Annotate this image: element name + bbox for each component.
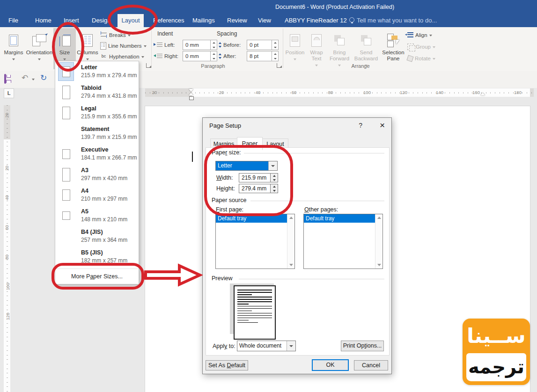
- horizontal-ruler[interactable]: 20 20 40 60 80 100 120 140 160 180: [145, 88, 534, 97]
- menu-item-letter[interactable]: Letter 215.9 mm x 279.4 mm: [55, 61, 139, 82]
- paper-icon: [59, 145, 74, 163]
- menu-item-a3[interactable]: A3 297 mm x 420 mm: [55, 164, 139, 185]
- indent-right-input[interactable]: 0 mm: [183, 51, 217, 61]
- ruler-number: 20: [4, 166, 9, 171]
- other-pages-listbox[interactable]: Default tray: [303, 214, 383, 269]
- preview-group-label: Preview: [212, 275, 235, 282]
- apply-to-combobox[interactable]: Whole document: [237, 341, 296, 351]
- listbox-scrollbar[interactable]: [375, 214, 383, 269]
- line-numbers-icon: [100, 42, 106, 50]
- save-icon[interactable]: [4, 74, 6, 84]
- width-spinner[interactable]: [271, 173, 278, 182]
- tab-home[interactable]: Home: [35, 14, 51, 27]
- tab-abbyy-finereader[interactable]: ABBYY FineReader 12: [285, 14, 347, 27]
- combo-dropdown-icon[interactable]: [268, 161, 277, 170]
- tab-view[interactable]: View: [258, 14, 271, 27]
- spinner[interactable]: [272, 40, 278, 50]
- tab-layout[interactable]: Layout: [118, 14, 144, 27]
- width-field[interactable]: 215.9 mm: [239, 173, 271, 182]
- help-icon[interactable]: ?: [359, 122, 362, 129]
- dialog-title: Page Setup: [209, 122, 241, 129]
- menu-item-b4-jis[interactable]: B4 (JIS) 257 mm x 364 mm: [55, 226, 139, 247]
- height-spinner[interactable]: [271, 184, 278, 193]
- rotate-button[interactable]: Rotate: [407, 53, 435, 63]
- spin-down-icon: [211, 45, 217, 50]
- spinner[interactable]: [210, 51, 217, 61]
- tell-me-box[interactable]: Tell me what you want to do...: [357, 14, 437, 27]
- page-setup-dialog-launcher[interactable]: [146, 63, 151, 68]
- more-paper-sizes-item[interactable]: More Paper Sizes...: [55, 269, 139, 284]
- tab-review[interactable]: Review: [227, 14, 247, 27]
- align-button[interactable]: Align: [407, 30, 432, 40]
- chevron-down-icon: [63, 58, 66, 60]
- spinner[interactable]: [210, 40, 217, 50]
- sina-tarjome-logo: ســینا ترجمه: [463, 319, 530, 385]
- width-label: Width:: [216, 174, 233, 181]
- spin-down-icon: [271, 189, 278, 193]
- chevron-down-icon: [429, 35, 432, 36]
- height-field[interactable]: 279.4 mm: [239, 184, 271, 193]
- ok-button[interactable]: OK: [312, 359, 349, 371]
- menu-item-b5-jis[interactable]: B5 (JIS) 182 mm x 257 mm: [55, 247, 139, 267]
- menu-item-a5[interactable]: A5 148 mm x 210 mm: [55, 205, 139, 226]
- dialog-tab-paper[interactable]: Paper: [237, 137, 263, 150]
- redo-icon[interactable]: ↻: [40, 73, 47, 83]
- menu-item-legal[interactable]: Legal 215.9 mm x 355.6 mm: [55, 102, 139, 123]
- spin-down-icon: [271, 178, 278, 182]
- ruler-number: 80: [4, 254, 9, 260]
- spacing-section-label: Spacing: [217, 30, 237, 37]
- wrap-text-button[interactable]: Wrap Text: [306, 28, 327, 69]
- tab-references[interactable]: References: [153, 14, 184, 27]
- undo-chevron-icon[interactable]: [32, 79, 35, 80]
- tab-stop-selector[interactable]: L: [4, 88, 14, 98]
- orientation-button[interactable]: Orientation: [26, 28, 53, 69]
- vertical-ruler[interactable]: 20 20 40 60 80 100 120: [4, 105, 10, 392]
- group-divider-line: [243, 153, 384, 153]
- line-numbers-button[interactable]: Line Numbers: [100, 41, 147, 51]
- left-indent-marker[interactable]: [189, 96, 194, 100]
- spinner[interactable]: [272, 51, 278, 61]
- tab-mailings[interactable]: Mailings: [192, 14, 215, 27]
- tab-file[interactable]: File: [8, 14, 18, 27]
- position-button[interactable]: Position: [285, 28, 305, 69]
- selection-pane-icon: [387, 34, 399, 47]
- hanging-indent-marker[interactable]: [189, 93, 193, 95]
- paper-size-combobox[interactable]: Letter: [215, 161, 278, 171]
- paragraph-dialog-launcher[interactable]: [277, 63, 281, 68]
- print-options-button[interactable]: Print Options...: [341, 341, 384, 351]
- paper-icon: [59, 83, 74, 101]
- paper-size-group-label: Paper size:: [212, 149, 244, 156]
- paper-icon: [59, 166, 74, 183]
- tab-insert[interactable]: Insert: [64, 14, 79, 27]
- indent-left-input[interactable]: 0 mm: [183, 40, 217, 50]
- undo-icon[interactable]: ↶: [22, 73, 28, 83]
- tab-design[interactable]: Design: [92, 14, 110, 27]
- breaks-button[interactable]: Breaks: [100, 30, 131, 40]
- menu-item-statement[interactable]: Statement 139.7 mm x 215.9 mm: [55, 123, 139, 144]
- group-button[interactable]: Group: [407, 42, 435, 51]
- dialog-title-bar: Page Setup: [203, 118, 391, 133]
- set-as-default-button[interactable]: Set As Default: [206, 360, 248, 370]
- spacing-after-input[interactable]: 8 pt: [247, 51, 279, 61]
- margins-button[interactable]: Margins: [2, 28, 25, 69]
- close-icon[interactable]: ×: [380, 120, 385, 131]
- menu-item-tabloid[interactable]: Tabloid 279.4 mm x 431.8 mm: [55, 82, 139, 102]
- logo-text-top: ســینا: [463, 319, 530, 352]
- menu-item-executive[interactable]: Executive 184.1 mm x 266.7 mm: [55, 144, 139, 164]
- list-item-selected[interactable]: Default tray: [216, 214, 287, 223]
- paper-icon: [59, 186, 74, 204]
- right-indent-marker[interactable]: [480, 93, 485, 95]
- ruler-number: 40: [4, 195, 9, 200]
- menu-item-a4[interactable]: A4 210 mm x 297 mm: [55, 185, 139, 205]
- combo-dropdown-icon[interactable]: [287, 341, 295, 351]
- first-page-listbox[interactable]: Default tray: [215, 214, 295, 269]
- list-item-selected[interactable]: Default tray: [304, 214, 375, 223]
- first-line-indent-marker[interactable]: [189, 89, 193, 92]
- ruler-number: 60: [4, 225, 9, 230]
- cancel-button[interactable]: Cancel: [354, 360, 388, 370]
- listbox-scrollbar[interactable]: [287, 214, 294, 269]
- hyphenation-button[interactable]: bc Hyphenation: [100, 51, 144, 61]
- arrange-group-label: Arrange: [328, 63, 393, 69]
- spin-up-icon: [271, 184, 278, 189]
- spacing-before-input[interactable]: 0 pt: [247, 40, 279, 50]
